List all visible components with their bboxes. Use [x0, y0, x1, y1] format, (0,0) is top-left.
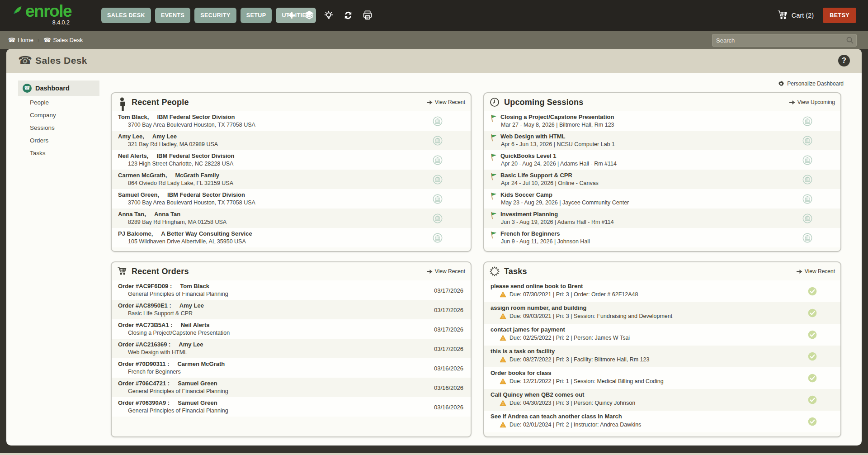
order-number: Order #706C4721 :	[118, 380, 170, 387]
cart-button[interactable]: Cart (2)	[777, 0, 814, 31]
view-upcoming-link[interactable]: View Upcoming	[789, 99, 835, 105]
organization-icon[interactable]	[433, 175, 443, 185]
sales-desk-icon: ☎	[43, 37, 51, 43]
help-button[interactable]: ?	[838, 55, 850, 66]
sidebar-item-orders[interactable]: Orders	[18, 134, 99, 147]
logo-text: enrole	[25, 2, 71, 21]
session-detail: Apr 24 - Jul 10, 2026 | Online - Canvas	[500, 180, 797, 186]
organization-icon[interactable]	[802, 194, 812, 204]
organization-icon[interactable]	[802, 233, 812, 243]
session-row[interactable]: Web Design with HTMLApr 6 - Jun 13, 2026…	[484, 131, 840, 150]
complete-check-icon[interactable]	[808, 308, 817, 318]
person-name-line: PJ Balcome,A Better Way Consulting Servi…	[118, 230, 427, 237]
complete-check-icon[interactable]	[808, 374, 817, 383]
arrow-right-icon	[427, 269, 433, 274]
task-row[interactable]: See if Andrea can teach another class in…	[484, 411, 840, 432]
nav-sales-desk[interactable]: SALES DESK	[101, 8, 151, 23]
session-row[interactable]: French for BeginnersJun 9 - Aug 11, 2026…	[484, 228, 840, 247]
person-name: Neil Alerts,	[118, 152, 148, 159]
refresh-icon[interactable]	[343, 10, 354, 21]
session-title: Closing a Project/Capstone Presentation	[500, 114, 797, 120]
sidebar-item-dashboard[interactable]: ☎Dashboard	[18, 81, 99, 96]
organization-icon[interactable]	[802, 116, 812, 126]
search-input[interactable]	[712, 37, 846, 44]
organization-icon[interactable]	[433, 155, 443, 165]
order-row[interactable]: Order #AC9F6D09 :Tom BlackGeneral Princi…	[112, 280, 471, 300]
organization-icon[interactable]	[802, 136, 812, 146]
session-row[interactable]: Kids Soccer CampMay 23 - Aug 29, 2026 | …	[484, 189, 840, 209]
complete-check-icon[interactable]	[808, 330, 817, 339]
order-row[interactable]: Order #AC216369 :Amy LeeWeb Design with …	[112, 339, 471, 358]
sidebar-item-tasks[interactable]: Tasks	[18, 147, 99, 159]
organization-icon[interactable]	[802, 213, 812, 223]
organization-icon[interactable]	[433, 233, 443, 243]
order-row[interactable]: Order #706C4721 :Samuel GreenGeneral Pri…	[112, 378, 471, 397]
burst-icon	[490, 266, 500, 276]
person-row[interactable]: PJ Balcome,A Better Way Consulting Servi…	[112, 228, 471, 247]
task-row[interactable]: Call Quincy when QB2 comes outDue: 04/30…	[484, 389, 840, 411]
session-row[interactable]: Investment PlanningJun 3 - Aug 19, 2026 …	[484, 209, 840, 228]
session-row[interactable]: QuickBooks Level 1Apr 20 - Aug 24, 2026 …	[484, 150, 840, 170]
user-button[interactable]: BETSY	[823, 8, 856, 23]
order-number: Order #AC73B5A1 :	[118, 322, 173, 328]
task-title: See if Andrea can teach another class in…	[491, 413, 797, 420]
organization-icon[interactable]	[433, 194, 443, 204]
organization-icon[interactable]	[802, 175, 812, 185]
view-recent-orders-link[interactable]: View Recent	[427, 268, 465, 275]
person-row[interactable]: Samuel Green,IBM Federal Sector Division…	[112, 189, 471, 209]
nav-setup[interactable]: SETUP	[241, 8, 272, 23]
search-icon[interactable]	[846, 36, 854, 44]
order-item: Closing a Project/Capstone Presentation	[118, 330, 427, 336]
order-row[interactable]: Order #AC8950E1 :Amy LeeBasic Life Suppo…	[112, 300, 471, 319]
person-name: PJ Balcome,	[118, 230, 153, 237]
organization-icon[interactable]	[433, 136, 443, 146]
task-row[interactable]: this is a task on facilityDue: 08/27/202…	[484, 346, 840, 367]
sidebar-item-people[interactable]: People	[18, 96, 99, 109]
organization-icon[interactable]	[433, 116, 443, 126]
task-detail: Due: 08/27/2022 | Pri: 3 | Facility: Bil…	[509, 356, 649, 363]
task-row[interactable]: please send online book to BrentDue: 07/…	[484, 280, 840, 302]
lightbulb-icon[interactable]	[323, 10, 334, 21]
view-recent-tasks-link[interactable]: View Recent	[797, 268, 835, 275]
order-row[interactable]: Order #AC73B5A1 :Neil AlertsClosing a Pr…	[112, 319, 471, 339]
view-recent-people-link[interactable]: View Recent	[427, 99, 465, 105]
task-row[interactable]: Order books for classDue: 12/21/2022 | P…	[484, 367, 840, 389]
person-row[interactable]: Carmen McGrath,McGrath Family864 Oviedo …	[112, 170, 471, 189]
organization-icon[interactable]	[433, 213, 443, 223]
nav-security[interactable]: SECURITY	[194, 8, 236, 23]
person-name: Carmen McGrath,	[118, 172, 167, 179]
breadcrumb-sales-desk[interactable]: ☎ Sales Desk	[43, 37, 83, 43]
person-row[interactable]: Anna Tan,Anna Tan8289 Bay Rd Hingham, MA…	[112, 209, 471, 228]
task-detail-line: Due: 08/27/2022 | Pri: 3 | Facility: Bil…	[491, 356, 797, 363]
sidebar-item-company[interactable]: Company	[18, 109, 99, 121]
person-row[interactable]: Amy Lee,Amy Lee321 Bay Rd Hadley, MA 029…	[112, 131, 471, 150]
person-name: Samuel Green,	[118, 191, 159, 198]
complete-check-icon[interactable]	[808, 417, 817, 426]
task-row[interactable]: assign room number, and buildingDue: 09/…	[484, 302, 840, 324]
sidebar-item-sessions[interactable]: Sessions	[18, 121, 99, 134]
session-row[interactable]: Closing a Project/Capstone PresentationM…	[484, 111, 840, 131]
add-icon[interactable]: +	[288, 10, 295, 21]
order-item: General Principles of Financial Planning	[118, 388, 427, 394]
organization-icon[interactable]	[802, 155, 812, 165]
complete-check-icon[interactable]	[808, 395, 817, 404]
order-customer: Carmen McGrath	[177, 360, 225, 367]
order-row[interactable]: Order #70D90311 :Carmen McGrathFrench fo…	[112, 358, 471, 378]
nav-events[interactable]: EVENTS	[155, 8, 190, 23]
person-row[interactable]: Tom Black,IBM Federal Sector Division370…	[112, 111, 471, 131]
complete-check-icon[interactable]	[808, 287, 817, 296]
task-detail-line: Due: 04/30/2023 | Pri: 3 | Person: Quinc…	[491, 400, 797, 406]
logo[interactable]: enrole 8.4.0.2	[12, 2, 71, 26]
breadcrumb-home[interactable]: ☎ Home	[8, 37, 33, 43]
task-row[interactable]: contact james for paymentDue: 02/25/2022…	[484, 324, 840, 346]
task-title: Order books for class	[491, 370, 797, 376]
layers-icon[interactable]	[304, 10, 315, 21]
printer-icon[interactable]	[362, 10, 373, 21]
person-row[interactable]: Neil Alerts,IBM Federal Sector Division1…	[112, 150, 471, 170]
complete-check-icon[interactable]	[808, 352, 817, 361]
session-row[interactable]: Basic Life Support & CPRApr 24 - Jul 10,…	[484, 170, 840, 189]
order-row[interactable]: Order #706390A9 :Samuel GreenGeneral Pri…	[112, 397, 471, 417]
personalize-dashboard-link[interactable]: Personalize Dashboard	[778, 81, 844, 87]
person-company: Amy Lee	[152, 133, 177, 140]
person-name-line: Carmen McGrath,McGrath Family	[118, 172, 427, 179]
